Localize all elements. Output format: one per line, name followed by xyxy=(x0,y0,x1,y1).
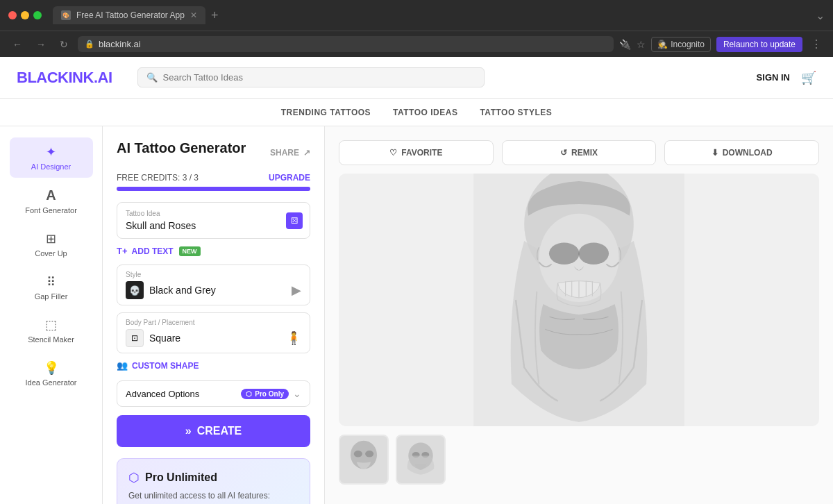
incognito-button[interactable]: 🕵 Incognito xyxy=(651,37,711,52)
download-button[interactable]: ⬇ DOWNLOAD xyxy=(664,140,819,165)
content-area: AI Tattoo Generator SHARE ↗ FREE CREDITS… xyxy=(103,126,833,504)
sidebar-item-label-gap-filler: Gap Filler xyxy=(35,292,68,301)
thumbnail-1[interactable] xyxy=(339,435,389,485)
favorite-label: FAVORITE xyxy=(401,148,442,158)
close-traffic-light[interactable] xyxy=(8,11,17,19)
dice-icon[interactable]: ⚄ xyxy=(286,212,303,229)
relaunch-label: Relaunch to update xyxy=(723,40,796,49)
heart-icon: ♡ xyxy=(389,148,397,158)
style-label: Style xyxy=(126,271,301,278)
sidebar-item-ai-designer[interactable]: ✦ AI Designer xyxy=(10,137,93,178)
app-nav: TRENDING TATTOOS TATTOO IDEAS TATTOO STY… xyxy=(0,99,833,126)
add-text-button[interactable]: T+ ADD TEXT xyxy=(117,246,174,256)
search-box[interactable]: 🔍 xyxy=(137,67,485,87)
browser-nav-bar: ← → ↻ 🔒 blackink.ai 🔌 ☆ 🕵 Incognito Rela… xyxy=(0,31,833,57)
nav-styles[interactable]: TATTOO STYLES xyxy=(480,108,552,117)
placement-label: Body Part / Placement xyxy=(126,319,301,326)
nav-trending[interactable]: TRENDING TATTOOS xyxy=(281,108,371,117)
maximize-traffic-light[interactable] xyxy=(33,11,42,19)
forward-button[interactable]: → xyxy=(32,36,50,53)
relaunch-button[interactable]: Relaunch to update xyxy=(716,37,802,52)
sidebar-item-idea-generator[interactable]: 💡 Idea Generator xyxy=(10,353,93,394)
add-text-row: T+ ADD TEXT NEW xyxy=(117,246,310,256)
custom-shape-row[interactable]: 👥 CUSTOM SHAPE xyxy=(117,360,310,371)
minimize-traffic-light[interactable] xyxy=(21,11,29,19)
svg-point-3 xyxy=(549,242,580,264)
download-icon: ⬇ xyxy=(712,148,718,158)
style-arrow-icon[interactable]: ▶ xyxy=(292,283,301,298)
sign-in-button[interactable]: SIGN IN xyxy=(757,72,790,83)
svg-point-4 xyxy=(578,242,609,264)
tab-close-button[interactable]: ✕ xyxy=(190,10,197,20)
placement-arrow-icon[interactable]: 🧍 xyxy=(286,330,301,346)
search-input[interactable] xyxy=(163,72,476,83)
sidebar-item-label-idea-generator: Idea Generator xyxy=(26,378,77,387)
lock-icon: 🔒 xyxy=(85,40,94,49)
remix-icon: ↺ xyxy=(560,148,567,158)
placement-field[interactable]: Body Part / Placement ⊡ Square 🧍 xyxy=(117,312,310,353)
sidebar-item-label-font-generator: Font Generator xyxy=(25,206,77,215)
sidebar-item-label-stencil-maker: Stencil Maker xyxy=(28,335,74,344)
progress-fill xyxy=(117,187,310,191)
panel-title: AI Tattoo Generator xyxy=(117,140,246,156)
placement-value: Square xyxy=(149,333,180,344)
sidebar-item-stencil-maker[interactable]: ⬚ Stencil Maker xyxy=(10,310,93,351)
advanced-options-row[interactable]: Advanced Options ⬡ Pro Only ⌄ xyxy=(117,380,310,407)
font-generator-icon: A xyxy=(46,187,56,203)
pro-icon: ⬡ xyxy=(246,390,252,398)
sidebar-item-font-generator[interactable]: A Font Generator xyxy=(10,180,93,221)
thumbnail-row xyxy=(339,435,819,490)
placement-content: ⊡ Square 🧍 xyxy=(126,329,301,347)
app: BLACKINK.AI 🔍 SIGN IN 🛒 TRENDING TATTOOS… xyxy=(0,57,833,504)
address-text: blackink.ai xyxy=(99,39,141,49)
tattoo-idea-label: Tattoo Idea xyxy=(126,210,301,217)
logo: BLACKINK.AI xyxy=(17,69,112,87)
chevron-down-icon: ⌄ xyxy=(816,9,825,22)
style-field[interactable]: Style 💀 Black and Grey ▶ xyxy=(117,264,310,305)
browser-nav-actions: 🔌 ☆ 🕵 Incognito Relaunch to update ⋮ xyxy=(619,36,825,52)
style-thumbnail: 💀 xyxy=(126,281,144,299)
pro-card-header: ⬡ Pro Unlimited xyxy=(128,470,298,485)
custom-shape-icon: 👥 xyxy=(117,360,128,371)
logo-black: BLACK xyxy=(17,69,69,86)
browser-chrome: 🎨 Free AI Tattoo Generator App ✕ + ⌄ ← →… xyxy=(0,0,833,57)
nav-ideas[interactable]: TATTOO IDEAS xyxy=(393,108,457,117)
back-button[interactable]: ← xyxy=(8,36,26,53)
favorite-button[interactable]: ♡ FAVORITE xyxy=(339,140,494,165)
thumbnail-2[interactable] xyxy=(396,435,446,485)
create-label: CREATE xyxy=(197,425,242,437)
cart-icon[interactable]: 🛒 xyxy=(801,70,816,85)
cover-up-icon: ⊞ xyxy=(46,231,56,246)
share-button[interactable]: SHARE ↗ xyxy=(270,148,310,158)
app-body: ✦ AI Designer A Font Generator ⊞ Cover U… xyxy=(0,126,833,504)
sidebar: ✦ AI Designer A Font Generator ⊞ Cover U… xyxy=(0,126,103,504)
incognito-label: Incognito xyxy=(671,40,705,49)
tab-favicon: 🎨 xyxy=(61,10,71,20)
sidebar-item-label-cover-up: Cover Up xyxy=(35,249,67,258)
new-tab-button[interactable]: + xyxy=(205,6,224,26)
traffic-lights xyxy=(8,11,42,19)
sidebar-item-cover-up[interactable]: ⊞ Cover Up xyxy=(10,224,93,264)
pro-badge: ⬡ Pro Only xyxy=(241,389,289,399)
advanced-chevron-icon: ⌄ xyxy=(293,388,301,399)
create-button[interactable]: » CREATE xyxy=(117,415,310,447)
idea-generator-icon: 💡 xyxy=(44,360,59,376)
sidebar-item-gap-filler[interactable]: ⠿ Gap Filler xyxy=(10,267,93,308)
tattoo-idea-field[interactable]: Tattoo Idea Skull and Roses ⚄ xyxy=(117,202,310,239)
remix-button[interactable]: ↺ REMIX xyxy=(502,140,657,165)
address-bar[interactable]: 🔒 blackink.ai xyxy=(78,36,614,52)
advanced-label: Advanced Options xyxy=(126,389,199,399)
browser-menu-button[interactable]: ⋮ xyxy=(808,36,825,52)
share-label: SHARE xyxy=(270,148,299,158)
upgrade-button[interactable]: UPGRADE xyxy=(269,173,310,183)
credits-row: FREE CREDITS: 3 / 3 UPGRADE xyxy=(117,173,310,183)
bookmark-icon[interactable]: ☆ xyxy=(637,39,646,50)
active-tab[interactable]: 🎨 Free AI Tattoo Generator App ✕ xyxy=(53,6,205,24)
progress-bar xyxy=(117,187,310,191)
reload-button[interactable]: ↻ xyxy=(56,36,72,53)
pro-card-icon: ⬡ xyxy=(128,470,140,485)
action-bar: ♡ FAVORITE ↺ REMIX ⬇ DOWNLOAD xyxy=(339,140,819,165)
extension-icon[interactable]: 🔌 xyxy=(619,39,631,50)
incognito-icon: 🕵 xyxy=(657,40,668,49)
placement-thumbnail: ⊡ xyxy=(126,329,144,347)
